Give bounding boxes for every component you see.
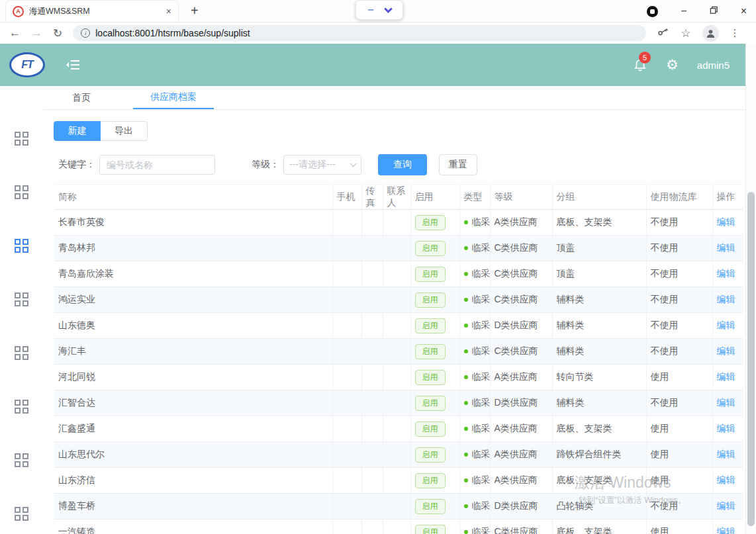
chevron-down-icon[interactable]	[384, 5, 393, 13]
enable-badge[interactable]: 启用	[415, 499, 446, 514]
tab-home[interactable]: 首页	[62, 86, 101, 109]
enable-badge[interactable]: 启用	[415, 396, 446, 411]
enable-badge[interactable]: 启用	[415, 370, 446, 385]
grid-menu-icon[interactable]	[15, 346, 28, 360]
enable-badge[interactable]: 启用	[415, 267, 446, 282]
edit-link[interactable]: 编辑	[717, 526, 735, 534]
type-label: 临采	[472, 294, 491, 304]
table-row[interactable]: 鸿运实业 启用 临采 C类供应商 辅料类 不使用 编辑	[54, 287, 743, 313]
reset-button[interactable]: 重置	[439, 154, 477, 175]
grid-menu-icon[interactable]	[15, 185, 28, 199]
scrollbar-thumb[interactable]	[747, 192, 755, 526]
browser-menu-icon[interactable]: ⋮	[730, 27, 740, 39]
enable-badge[interactable]: 启用	[415, 447, 446, 463]
logistics-cell: 不使用	[646, 494, 712, 519]
edit-link[interactable]: 编辑	[717, 345, 735, 356]
window-close-icon[interactable]: ×	[741, 6, 747, 17]
enable-badge[interactable]: 启用	[415, 473, 446, 488]
edit-link[interactable]: 编辑	[717, 423, 735, 433]
level-select[interactable]: ---请选择---	[283, 155, 361, 175]
window-restore-icon[interactable]	[710, 6, 718, 17]
record-status-icon[interactable]	[647, 6, 658, 17]
table-body: 长春市英俊 启用 临采 A类供应商 底板、支架类 不使用 编辑 青岛林邦 启用 …	[54, 210, 743, 534]
table-row[interactable]: 博盈车桥 启用 临采 D类供应商 凸轮轴类 不使用 编辑	[54, 494, 743, 519]
enable-badge[interactable]: 启用	[415, 422, 446, 437]
toolbar-right: ☆ ⋮	[657, 25, 739, 42]
tab-close-icon[interactable]: ×	[166, 6, 171, 17]
profile-avatar[interactable]	[702, 25, 719, 42]
window-minimize-icon[interactable]: −	[681, 6, 686, 17]
tab-supplier-archive[interactable]: 供应商档案	[133, 86, 214, 109]
widget-minimize-icon[interactable]: −	[367, 4, 373, 16]
table-row[interactable]: 青岛嘉欣涂装 启用 临采 C类供应商 顶盖 不使用 编辑	[54, 261, 743, 287]
edit-link[interactable]: 编辑	[717, 474, 735, 485]
enable-badge[interactable]: 启用	[415, 241, 446, 256]
group-cell: 底板、支架类	[552, 519, 646, 534]
table-row[interactable]: 山东济信 启用 临采 A类供应商 底板、支架类 使用 编辑	[54, 468, 743, 494]
type-dot-icon	[464, 453, 468, 457]
browser-tab[interactable]: A 海通WMS&SRM ×	[5, 0, 179, 22]
edit-link[interactable]: 编辑	[717, 371, 735, 382]
back-icon[interactable]: ←	[9, 26, 21, 40]
level-label: 等级：	[252, 159, 279, 171]
edit-link[interactable]: 编辑	[717, 320, 735, 330]
type-dot-icon	[464, 530, 468, 534]
column-header: 手机	[332, 185, 361, 210]
type-label: 临采	[472, 423, 491, 433]
address-bar[interactable]: i localhost:8001/htsrm/base/sup/suplist	[73, 25, 646, 41]
keyword-input[interactable]	[99, 155, 215, 175]
table-row[interactable]: 汇智合达 启用 临采 D类供应商 辅料类 不使用 编辑	[54, 390, 743, 416]
menu-collapse-icon[interactable]	[65, 58, 81, 71]
edit-link[interactable]: 编辑	[717, 242, 735, 253]
table-row[interactable]: 海汇丰 启用 临采 C类供应商 辅料类 不使用 编辑	[54, 339, 743, 365]
grid-menu-icon[interactable]	[15, 132, 28, 146]
grid-menu-icon[interactable]	[15, 453, 28, 467]
table-row[interactable]: 山东思代尔 启用 临采 A类供应商 蹄铁焊合组件类 使用 编辑	[54, 442, 743, 468]
new-button[interactable]: 新建	[54, 121, 101, 141]
export-button[interactable]: 导出	[101, 121, 148, 141]
edit-link[interactable]: 编辑	[717, 397, 735, 408]
enable-badge[interactable]: 启用	[415, 525, 446, 534]
edit-link[interactable]: 编辑	[717, 216, 735, 227]
table-row[interactable]: 青岛林邦 启用 临采 C类供应商 顶盖 不使用 编辑	[54, 236, 743, 261]
reload-icon[interactable]: ↻	[53, 26, 62, 40]
edit-link[interactable]: 编辑	[717, 268, 735, 279]
enable-badge[interactable]: 启用	[415, 318, 446, 334]
enable-badge[interactable]: 启用	[415, 215, 446, 230]
enable-badge[interactable]: 启用	[415, 344, 446, 359]
site-info-icon[interactable]: i	[81, 28, 90, 38]
notification-bell-icon[interactable]: 5	[633, 58, 647, 72]
table-row[interactable]: 山东德奥 启用 临采 D类供应商 辅料类 不使用 编辑	[54, 313, 743, 339]
enable-badge[interactable]: 启用	[415, 292, 446, 308]
edit-link[interactable]: 编辑	[717, 449, 735, 459]
contact-cell	[383, 442, 410, 468]
table-row[interactable]: 长春市英俊 启用 临采 A类供应商 底板、支架类 不使用 编辑	[54, 210, 743, 236]
settings-gear-icon[interactable]: ⚙	[666, 57, 679, 73]
page-scrollbar[interactable]	[745, 44, 756, 534]
fax-cell	[361, 494, 383, 519]
password-key-icon[interactable]	[657, 26, 669, 41]
type-label: 临采	[472, 216, 491, 227]
grid-menu-icon[interactable]	[15, 400, 28, 414]
table-row[interactable]: 汇鑫盛通 启用 临采 A类供应商 底板、支架类 使用 编辑	[54, 416, 743, 442]
logistics-cell: 不使用	[646, 210, 712, 236]
grid-menu-icon[interactable]	[15, 292, 28, 306]
grid-menu-icon-active[interactable]	[15, 239, 28, 253]
column-header: 操作	[712, 185, 743, 210]
logistics-cell: 不使用	[646, 313, 712, 339]
bookmark-star-icon[interactable]: ☆	[681, 26, 690, 40]
fax-cell	[361, 519, 383, 534]
mobile-cell	[332, 365, 361, 390]
contact-cell	[383, 390, 410, 416]
table-row[interactable]: 一汽铸造 启用 临采 C类供应商 底板、支架类 使用 编辑	[54, 519, 743, 534]
table-row[interactable]: 河北同锐 启用 临采 A类供应商 转向节类 使用 编辑	[54, 365, 743, 390]
username[interactable]: admin5	[697, 60, 730, 71]
grid-menu-icon[interactable]	[15, 507, 28, 521]
edit-link[interactable]: 编辑	[717, 294, 735, 304]
group-cell: 辅料类	[552, 390, 646, 416]
new-tab-button[interactable]: +	[191, 3, 199, 19]
search-button[interactable]: 查询	[378, 154, 427, 175]
edit-link[interactable]: 编辑	[717, 500, 735, 511]
mobile-cell	[332, 416, 361, 442]
forward-icon[interactable]: →	[31, 26, 42, 40]
